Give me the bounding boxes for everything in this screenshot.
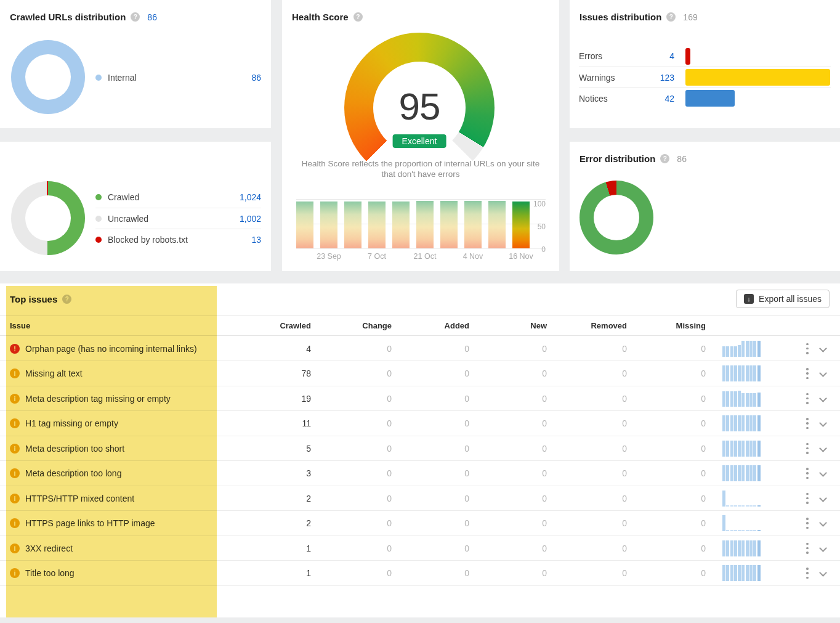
kebab-menu-icon[interactable] (804, 518, 810, 529)
health-score-description: Health Score reflects the proportion of … (297, 159, 544, 180)
legend-label: Blocked by robots.txt (108, 235, 188, 245)
legend-value-link[interactable]: 13 (251, 235, 261, 245)
chevron-down-icon[interactable] (819, 419, 827, 427)
kebab-menu-icon[interactable] (804, 443, 810, 454)
chevron-down-icon[interactable] (819, 344, 827, 352)
health-trend-chart (296, 199, 531, 248)
export-all-issues-button[interactable]: ↓ Export all issues (736, 290, 830, 308)
dist-label: Errors (579, 51, 637, 61)
chevron-down-icon[interactable] (819, 444, 827, 452)
health-score-value: 95 (344, 84, 495, 128)
help-icon[interactable]: ? (666, 12, 676, 22)
legend-dot (95, 216, 102, 222)
error-dist-total: 86 (677, 154, 687, 164)
legend-label: Crawled (108, 192, 139, 202)
added-value: 0 (420, 411, 469, 436)
kebab-menu-icon[interactable] (804, 493, 810, 504)
dist-label: Warnings (579, 73, 637, 83)
change-value: 0 (342, 336, 392, 362)
missing-value: 0 (656, 536, 706, 561)
change-value: 0 (342, 511, 392, 536)
legend-item-blocked: Blocked by robots.txt 13 (95, 229, 261, 250)
dist-row-notices: Notices 42 (579, 88, 831, 108)
crawled-value: 1 (262, 561, 311, 586)
chevron-down-icon[interactable] (819, 494, 827, 502)
dist-value-link[interactable]: 4 (637, 51, 674, 61)
card-health-score: Health Score ? 95 Excellent Health Score… (282, 0, 559, 271)
health-score-badge: Excellent (393, 134, 446, 148)
issue-sparkline (722, 415, 762, 431)
added-value: 0 (420, 461, 469, 486)
dist-row-warnings: Warnings 123 (579, 67, 831, 88)
chevron-down-icon[interactable] (819, 394, 827, 402)
dist-value-link[interactable]: 42 (637, 94, 674, 104)
added-value: 0 (420, 561, 469, 586)
kebab-menu-icon[interactable] (804, 393, 810, 404)
chevron-down-icon[interactable] (819, 519, 827, 527)
added-value: 0 (420, 486, 469, 511)
change-value: 0 (342, 486, 392, 511)
kebab-menu-icon[interactable] (804, 543, 810, 554)
crawled-value: 3 (262, 461, 311, 486)
kebab-menu-icon[interactable] (804, 368, 810, 379)
chevron-down-icon[interactable] (819, 369, 827, 377)
help-icon[interactable]: ? (660, 154, 669, 163)
warning-icon: i (10, 494, 20, 503)
issue-label: Title too long (25, 561, 75, 586)
removed-value: 0 (578, 561, 627, 586)
legend-item-uncrawled: Uncrawled 1,002 (95, 208, 261, 229)
issue-label: 3XX redirect (25, 536, 73, 561)
missing-value: 0 (656, 411, 706, 436)
table-row: i HTTPS page links to HTTP image 2 0 0 0… (0, 511, 840, 536)
chevron-down-icon[interactable] (819, 569, 827, 577)
added-value: 0 (420, 536, 469, 561)
issue-sparkline (722, 341, 762, 357)
issues-rows: ! Orphan page (has no incoming internal … (0, 336, 840, 586)
chevron-down-icon[interactable] (819, 469, 827, 477)
legend-item-internal: Internal 86 (95, 67, 261, 88)
card-issues-distribution: Issues distribution ? 169 Errors 4 Warni… (570, 0, 840, 128)
issue-label: HTTPS/HTTP mixed content (25, 486, 134, 511)
ytick-100: 100 (521, 200, 546, 208)
crawled-value: 4 (262, 336, 311, 362)
issue-sparkline (722, 515, 762, 531)
missing-value: 0 (656, 361, 706, 386)
kebab-menu-icon[interactable] (804, 343, 810, 354)
column-header-removed: Removed (578, 316, 627, 335)
removed-value: 0 (578, 361, 627, 386)
crawled-urls-total-link[interactable]: 86 (147, 12, 157, 22)
dist-value-link[interactable]: 123 (637, 73, 674, 83)
help-icon[interactable]: ? (353, 12, 363, 22)
removed-value: 0 (578, 411, 627, 436)
table-row: i Missing alt text 78 0 0 0 0 0 (0, 361, 840, 386)
kebab-menu-icon[interactable] (804, 418, 810, 429)
added-value: 0 (420, 436, 469, 462)
missing-value: 0 (656, 436, 706, 462)
new-value: 0 (498, 386, 547, 412)
crawled-value: 5 (262, 436, 311, 462)
crawled-value: 2 (262, 511, 311, 536)
help-icon[interactable]: ? (62, 295, 71, 304)
column-header-new: New (498, 316, 547, 335)
warning-icon: i (10, 418, 20, 428)
warning-icon: i (10, 568, 20, 578)
help-icon[interactable]: ? (131, 12, 140, 22)
table-row: i Meta description too short 5 0 0 0 0 0 (0, 436, 840, 462)
table-row: i Meta description too long 3 0 0 0 0 0 (0, 461, 840, 486)
legend-value-link[interactable]: 1,024 (240, 192, 261, 202)
missing-value: 0 (656, 561, 706, 586)
kebab-menu-icon[interactable] (804, 568, 810, 579)
crawled-value: 2 (262, 486, 311, 511)
new-value: 0 (498, 486, 547, 511)
table-row: i Title too long 1 0 0 0 0 0 (0, 561, 840, 586)
change-value: 0 (342, 461, 392, 486)
issue-label: Meta description too long (25, 461, 121, 486)
table-row: i 3XX redirect 1 0 0 0 0 0 (0, 536, 840, 561)
card-title: Crawled URLs distribution (10, 12, 126, 22)
table-row: i Meta description tag missing or empty … (0, 386, 840, 412)
kebab-menu-icon[interactable] (804, 468, 810, 479)
legend-value-link[interactable]: 1,002 (240, 214, 261, 224)
legend-value-link[interactable]: 86 (251, 73, 261, 83)
chevron-down-icon[interactable] (819, 544, 827, 552)
missing-value: 0 (656, 486, 706, 511)
